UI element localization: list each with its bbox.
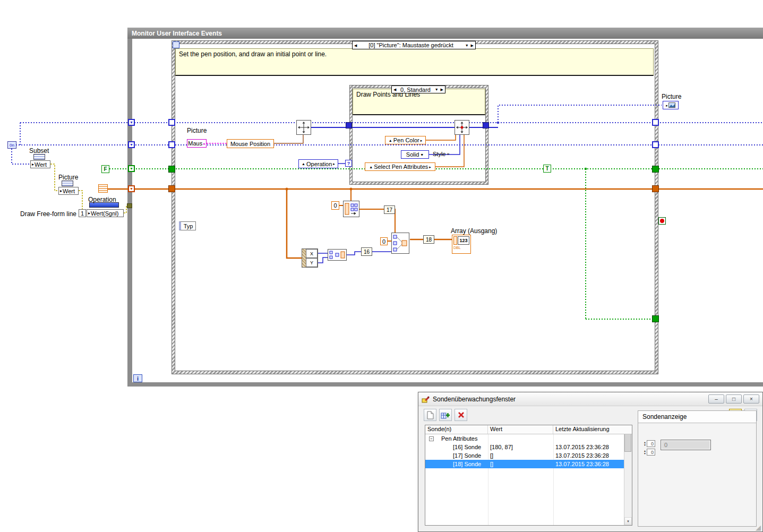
case-dropdown-icon[interactable]: ▼ — [435, 88, 439, 91]
build-array-node-icon[interactable] — [328, 249, 347, 261]
event-timeout-terminal[interactable] — [173, 41, 179, 48]
index-value-a[interactable]: 0 — [647, 440, 655, 447]
index-array-node-icon[interactable] — [343, 201, 359, 217]
probe-value-text: 0 — [662, 441, 709, 449]
maus-terminal[interactable]: Maus▸ — [187, 139, 207, 148]
event-tunnel-bool-left[interactable] — [168, 166, 175, 173]
free-form-index-box[interactable]: 1 — [79, 209, 86, 217]
event-case-selector[interactable]: ◀ [0] "Picture": Maustaste gedrückt ▼ ▶ — [352, 41, 476, 49]
false-constant[interactable]: F — [101, 165, 109, 173]
event-case-dropdown-icon[interactable]: ▼ — [465, 44, 469, 47]
event-case-prev-icon[interactable]: ◀ — [354, 44, 357, 47]
event-tunnel-ref-left-2[interactable] — [168, 141, 175, 148]
probe-indicator-18[interactable]: 18 — [423, 235, 434, 244]
while-loop-label: Monitor User Interface Events — [132, 30, 222, 37]
event-tunnel-bool-right-2[interactable] — [652, 315, 659, 322]
while-loop-bottom-border[interactable] — [127, 382, 763, 387]
resize-grip-icon[interactable]: ◢ — [756, 524, 761, 531]
new-probe-button[interactable] — [424, 409, 436, 421]
probe-display-panel: Sondenanzeige ▲▼ 0 ▲▼ 0 0 — [638, 410, 757, 527]
pen-color-ring[interactable]: ▲Pen Color▸ — [385, 136, 426, 144]
scroll-down-button[interactable]: ▼ — [624, 517, 632, 525]
select-pen-text: Select Pen Attributes — [374, 164, 428, 170]
table-scrollbar[interactable]: ▲ ▼ — [624, 425, 632, 525]
tunnel-down-icon: ▼ — [130, 187, 133, 191]
operation-value-terminal[interactable]: ▸Wert(Sgnl) — [87, 209, 124, 217]
array-index-control-b[interactable]: ▲▼ 0 — [644, 448, 658, 456]
loop-tunnel-bool[interactable]: ▼ — [128, 165, 135, 172]
delete-probe-button[interactable] — [455, 409, 467, 421]
probe-indicator-16[interactable]: 16 — [361, 247, 372, 256]
array-index-control-a[interactable]: ▲▼ 0 — [644, 440, 658, 448]
minimize-button[interactable]: – — [708, 394, 724, 404]
array-output-indicator[interactable]: 123 DBL — [452, 235, 471, 254]
event-tunnel-ref-left-1[interactable] — [168, 119, 175, 126]
close-button[interactable]: × — [743, 394, 759, 404]
array-index-badge[interactable]: 0n — [7, 141, 16, 149]
operation-ring[interactable]: ▲Operation▸ — [298, 159, 338, 168]
case-tunnel-left[interactable] — [346, 122, 352, 128]
probe-value-field[interactable]: 0 — [661, 440, 711, 450]
table-row-probe-17[interactable]: [17] Sonde [] 13.07.2015 23:36:28 — [425, 451, 624, 460]
iteration-terminal[interactable]: i — [133, 374, 142, 382]
loop-tunnel-cluster[interactable]: ▼ — [128, 185, 135, 192]
zero-constant-b[interactable]: 0 — [380, 237, 388, 245]
case-selector[interactable]: ◀ 0, Standard ▼ ▶ — [391, 85, 445, 93]
subset-terminal-icon[interactable] — [33, 154, 45, 160]
event-tunnel-bool-right[interactable] — [652, 166, 659, 173]
column-header-sonde[interactable]: Sonde(n) — [425, 425, 488, 434]
case-selector-question: ? — [347, 161, 350, 166]
unbundle-by-name-node[interactable]: X Y — [302, 248, 318, 268]
event-tunnel-ref-right-1[interactable] — [652, 119, 659, 126]
mouse-position-node[interactable]: Mouse Position — [227, 139, 274, 148]
breakpoint-marker[interactable] — [658, 217, 666, 225]
cluster-terminal-icon[interactable] — [98, 184, 108, 193]
true-constant[interactable]: T — [543, 165, 551, 173]
draw-point-function-icon[interactable] — [455, 120, 469, 135]
spin-down-icon[interactable]: ▼ — [644, 444, 646, 447]
event-tunnel-cluster-right[interactable] — [652, 185, 659, 192]
picture-value-terminal[interactable]: ▸Wert — [58, 187, 79, 195]
probe-name: [18] Sonde — [425, 461, 488, 467]
loop-tunnel-signal[interactable] — [127, 203, 132, 208]
typ-terminal[interactable]: Typ — [179, 221, 196, 230]
case-tunnel-right[interactable] — [483, 122, 489, 128]
while-loop-left-border[interactable] — [127, 39, 132, 387]
case-selector-terminal[interactable]: ? — [345, 160, 352, 167]
loop-tunnel-ref-2[interactable]: ▼ — [128, 141, 135, 148]
maximize-button[interactable]: □ — [726, 394, 742, 404]
column-header-aktualisierung[interactable]: Letzte Aktualisierung — [553, 425, 625, 434]
probe-window-title-bar[interactable]: Sondenüberwachungsfenster – □ × — [418, 392, 762, 406]
event-tunnel-cluster-left[interactable] — [168, 185, 175, 192]
event-case-next-icon[interactable]: ▶ — [471, 44, 474, 47]
table-row-probe-16[interactable]: [16] Sonde [180, 87] 13.07.2015 23:36:28 — [425, 443, 624, 451]
tree-collapse-icon[interactable]: − — [429, 436, 434, 441]
array-index-spinner[interactable] — [453, 236, 457, 245]
column-header-wert[interactable]: Wert — [488, 425, 553, 434]
add-probe-button[interactable] — [439, 409, 452, 421]
while-loop-title-bar[interactable]: Monitor User Interface Events — [127, 28, 763, 39]
case-prev-icon[interactable]: ◀ — [393, 88, 396, 91]
table-row-pen-attributes[interactable]: − Pen Attributes — [425, 434, 624, 443]
probe-indicator-17[interactable]: 17 — [384, 205, 395, 214]
input-arrow-icon: ▲ — [369, 165, 373, 169]
picture-terminal-icon[interactable] — [62, 181, 73, 186]
bundle-node-icon[interactable] — [391, 233, 409, 254]
table-row-probe-18-selected[interactable]: [18] Sonde [] 13.07.2015 23:36:28 — [425, 460, 624, 468]
picture-indicator-terminal[interactable]: ▸ — [663, 101, 679, 109]
case-next-icon[interactable]: ▶ — [441, 88, 443, 91]
ring-dropdown-icon[interactable]: ▼ — [420, 153, 424, 157]
move-pen-function-icon[interactable] — [296, 120, 311, 135]
select-pen-attributes-ring[interactable]: ▲Select Pen Attributes▸ — [365, 162, 435, 171]
zero-constant-a[interactable]: 0 — [331, 201, 339, 210]
spin-down-icon[interactable]: ▼ — [644, 452, 646, 455]
solid-ring[interactable]: Solid▼ — [401, 150, 429, 159]
event-tunnel-ref-right-2[interactable] — [652, 141, 659, 148]
subset-value-terminal[interactable]: ▸Wert — [30, 160, 50, 168]
probe-18-text: 18 — [426, 237, 432, 243]
loop-tunnel-ref-1[interactable]: ▼ — [128, 119, 135, 126]
scrollbar-thumb[interactable] — [624, 434, 631, 452]
zero-a-text: 0 — [333, 202, 337, 209]
index-value-b[interactable]: 0 — [647, 449, 655, 456]
maus-text: Maus — [188, 140, 202, 147]
